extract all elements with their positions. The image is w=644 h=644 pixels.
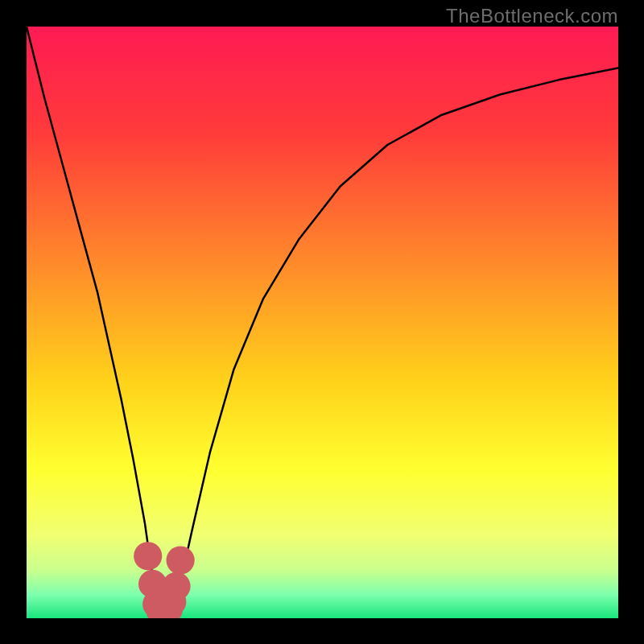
gradient-background bbox=[27, 27, 618, 618]
optimal-marker bbox=[162, 572, 190, 601]
optimal-marker bbox=[167, 546, 195, 574]
chart-frame: TheBottleneck.com bbox=[0, 0, 644, 644]
plot-area bbox=[27, 27, 618, 618]
bottleneck-chart bbox=[27, 27, 618, 618]
watermark-text: TheBottleneck.com bbox=[446, 5, 618, 27]
optimal-marker bbox=[134, 542, 162, 570]
